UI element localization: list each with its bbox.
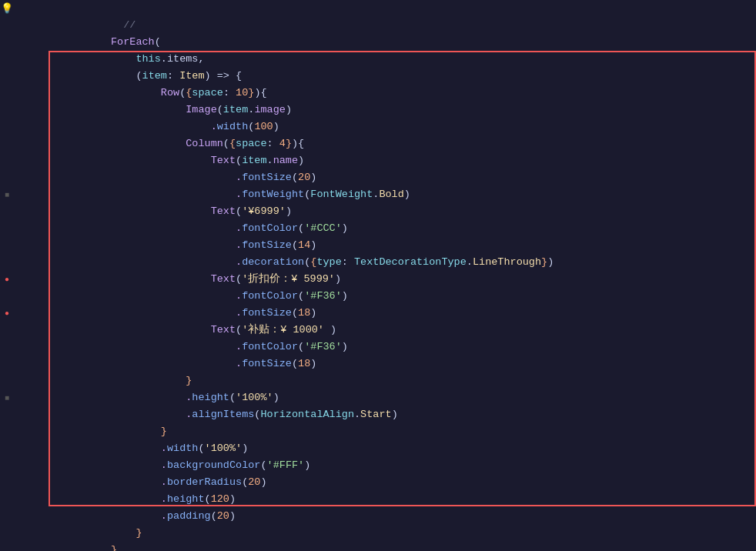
empty-icon-17 [0, 339, 14, 356]
code-line-14: .fontSize(14) [49, 220, 756, 237]
code-line-29: .height(120) [49, 474, 756, 491]
empty-icon-19 [0, 372, 14, 389]
code-line-13: .fontColor('#CCC') [49, 203, 756, 220]
empty-icon-9 [0, 152, 14, 169]
empty-icon-23 [0, 457, 14, 474]
empty-icon-4 [0, 68, 14, 85]
code-line-15: .decoration({type: TextDecorationType.Li… [49, 237, 756, 254]
code-line-26: .width('100%') [49, 423, 756, 440]
code-line-24: .alignItems(HorizontalAlign.Start) [49, 389, 756, 406]
red-dot-1: ● [0, 271, 14, 288]
empty-icon-16 [0, 322, 14, 339]
square-icon-1: ■ [0, 186, 14, 203]
empty-icon-14 [0, 254, 14, 271]
code-editor: 💡 ■ ● ● ■ [0, 0, 756, 551]
code-line-32: } [49, 525, 756, 542]
code-line-16: Text('折扣价：¥ 5999') [49, 254, 756, 271]
code-line-18: .fontSize(18) [49, 288, 756, 305]
empty-icon-24 [0, 474, 14, 491]
code-content: // ForEach( this.items, (item: Item) => … [49, 0, 756, 551]
code-line-25: } [49, 406, 756, 423]
code-line-9: Text(item.name) [49, 135, 756, 152]
code-line-7: .width(100) [49, 102, 756, 119]
empty-icon-26 [0, 508, 14, 525]
code-line-20: .fontColor('#F36') [49, 322, 756, 339]
code-line-31: } [49, 508, 756, 525]
code-line-5: Row({space: 10}){ [49, 68, 756, 85]
empty-icon-11 [0, 203, 14, 220]
empty-icon-5 [0, 85, 14, 102]
empty-icon-20 [0, 406, 14, 423]
code-line-23: .height('100%') [49, 372, 756, 389]
code-line-10: .fontSize(20) [49, 152, 756, 169]
code-line-28: .borderRadius(20) [49, 457, 756, 474]
code-line-22: } [49, 356, 756, 372]
red-dot-2: ● [0, 305, 14, 322]
empty-icon-3 [0, 51, 14, 68]
empty-icon-10 [0, 169, 14, 186]
code-line-27: .backgroundColor('#FFF') [49, 440, 756, 457]
left-icons-panel: 💡 ■ ● ● ■ [0, 0, 14, 551]
empty-icon-2 [0, 34, 14, 51]
code-line-19: Text('补贴：¥ 1000' ) [49, 305, 756, 322]
code-line-21: .fontSize(18) [49, 339, 756, 356]
empty-icon-25 [0, 491, 14, 508]
empty-icon-6 [0, 102, 14, 119]
empty-icon-13 [0, 237, 14, 254]
empty-icon-27 [0, 525, 14, 542]
code-line-30: .padding(20) [49, 491, 756, 508]
code-line-12: Text('¥6999') [49, 186, 756, 203]
empty-icon-21 [0, 423, 14, 440]
line-numbers [14, 0, 49, 551]
empty-icon-18 [0, 356, 14, 372]
code-line-3: this.items, [49, 34, 756, 51]
empty-icon-8 [0, 135, 14, 152]
square-icon-2: ■ [0, 389, 14, 406]
code-line-6: Image(item.image) [49, 85, 756, 102]
empty-icon-1 [0, 17, 14, 34]
code-line-1: // [49, 0, 756, 17]
empty-icon-7 [0, 119, 14, 135]
code-line-11: .fontWeight(FontWeight.Bold) [49, 169, 756, 186]
empty-icon-12 [0, 220, 14, 237]
code-line-17: .fontColor('#F36') [49, 271, 756, 288]
code-line-2: ForEach( [49, 17, 756, 34]
code-line-8: Column({space: 4}){ [49, 119, 756, 135]
empty-icon-22 [0, 440, 14, 457]
code-line-4: (item: Item) => { [49, 51, 756, 68]
empty-icon-15 [0, 288, 14, 305]
bulb-icon: 💡 [0, 0, 14, 17]
